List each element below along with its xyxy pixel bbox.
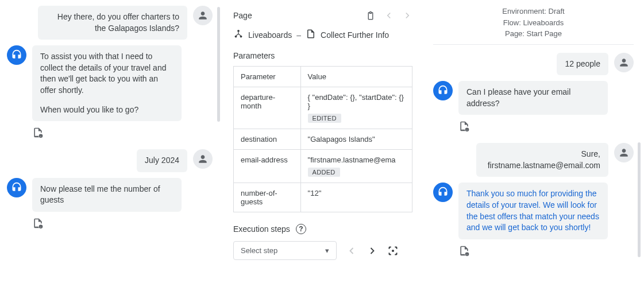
param-value-text: "firstname.lastname@ema bbox=[308, 156, 396, 164]
execution-steps-label: Execution steps bbox=[233, 224, 290, 234]
param-name: destination bbox=[234, 129, 301, 150]
col-value: Value bbox=[300, 67, 412, 87]
svg-point-4 bbox=[237, 30, 240, 32]
svg-point-7 bbox=[392, 250, 394, 251]
message-row: Sure, firstname.lastname@email.com bbox=[433, 143, 634, 177]
table-row: departure-month { "endDate": {}, "startD… bbox=[234, 87, 412, 129]
execution-steps-header: Execution steps ? bbox=[233, 224, 412, 234]
document-log-icon[interactable]: i bbox=[458, 121, 634, 134]
crumb-page[interactable]: Collect Further Info bbox=[321, 30, 389, 40]
added-chip: ADDED bbox=[308, 168, 340, 177]
svg-text:i: i bbox=[467, 253, 468, 255]
next-icon[interactable] bbox=[402, 10, 412, 21]
svg-text:i: i bbox=[41, 135, 41, 138]
crumb-flow[interactable]: Liveaboards bbox=[248, 30, 292, 40]
chat-panel-right: Environment: Draft Flow: Liveaboards Pag… bbox=[423, 0, 644, 291]
select-step-dropdown[interactable]: Select step ▾ bbox=[233, 241, 337, 260]
clipboard-icon[interactable] bbox=[365, 10, 376, 21]
parameters-table: Parameter Value departure-month { "endDa… bbox=[233, 66, 412, 212]
page-label: Page bbox=[233, 11, 252, 20]
message-bubble: Now please tell me the number of guests bbox=[32, 178, 182, 212]
agent-avatar-icon bbox=[7, 45, 26, 65]
message-bubble: July 2024 bbox=[137, 149, 187, 172]
message-row: Now please tell me the number of guests bbox=[7, 178, 213, 212]
svg-text:i: i bbox=[467, 129, 468, 131]
message-row: 12 people bbox=[433, 53, 634, 76]
environment-header: Environment: Draft Flow: Liveaboards Pag… bbox=[433, 6, 634, 45]
debug-header: Page bbox=[233, 10, 412, 21]
message-bubble: Hey there, do you offer charters to the … bbox=[38, 6, 187, 40]
chevron-down-icon: ▾ bbox=[325, 246, 329, 255]
user-avatar-icon bbox=[193, 149, 213, 169]
agent-avatar-icon bbox=[433, 183, 453, 202]
svg-text:i: i bbox=[41, 225, 41, 228]
debug-panel: Page Liveaboards – Collect Further Info … bbox=[223, 0, 423, 291]
env-line: Flow: Liveaboards bbox=[433, 17, 634, 29]
param-value: "firstname.lastname@ema ADDED bbox=[300, 150, 412, 183]
page-icon bbox=[306, 29, 316, 41]
crumb-separator: – bbox=[296, 30, 301, 40]
scrollbar-thumb[interactable] bbox=[638, 142, 641, 257]
table-row: number-of-guests "12" bbox=[234, 183, 412, 212]
breadcrumb: Liveaboards – Collect Further Info bbox=[233, 29, 412, 41]
message-row: Hey there, do you offer charters to the … bbox=[7, 6, 213, 40]
help-icon[interactable]: ? bbox=[296, 224, 306, 234]
param-name: email-address bbox=[234, 150, 301, 183]
message-text: To assist you with that I need to collec… bbox=[40, 51, 173, 96]
table-row: destination "Galapagos Islands" bbox=[234, 129, 412, 150]
env-line: Environment: Draft bbox=[433, 6, 634, 17]
document-log-icon[interactable]: i bbox=[458, 245, 634, 258]
prev-icon[interactable] bbox=[384, 10, 394, 21]
message-bubble: 12 people bbox=[557, 53, 608, 76]
param-value: { "endDate": {}, "startDate": {} } EDITE… bbox=[300, 87, 412, 129]
chat-panel-left: Hey there, do you offer charters to the … bbox=[0, 0, 223, 291]
flow-icon bbox=[233, 29, 244, 41]
parameters-label: Parameters bbox=[233, 51, 412, 60]
param-name: number-of-guests bbox=[234, 183, 301, 212]
message-text: When would you like to go? bbox=[40, 104, 173, 116]
message-bubble: Can I please have your email address? bbox=[458, 81, 608, 115]
focus-target-icon[interactable] bbox=[387, 245, 399, 257]
message-bubble: To assist you with that I need to collec… bbox=[32, 45, 182, 121]
col-parameter: Parameter bbox=[234, 67, 301, 87]
agent-avatar-icon bbox=[433, 81, 453, 100]
message-row: Thank you so much for providing the deta… bbox=[433, 183, 634, 239]
param-value: "12" bbox=[300, 183, 412, 212]
message-row: July 2024 bbox=[7, 149, 213, 172]
agent-avatar-icon bbox=[7, 178, 26, 197]
user-avatar-icon bbox=[614, 53, 634, 72]
param-value: "Galapagos Islands" bbox=[300, 129, 412, 150]
message-row: To assist you with that I need to collec… bbox=[7, 45, 213, 121]
user-avatar-icon bbox=[193, 6, 213, 25]
message-bubble: Thank you so much for providing the deta… bbox=[458, 183, 608, 239]
message-bubble: Sure, firstname.lastname@email.com bbox=[476, 143, 608, 177]
document-log-icon[interactable]: i bbox=[32, 218, 213, 231]
document-log-icon[interactable]: i bbox=[32, 127, 213, 140]
table-row: email-address "firstname.lastname@ema AD… bbox=[234, 150, 412, 183]
step-next-icon[interactable] bbox=[367, 245, 378, 257]
param-value-text: { "endDate": {}, "startDate": {} } bbox=[308, 93, 404, 110]
env-line: Page: Start Page bbox=[433, 28, 634, 40]
scrollbar-thumb[interactable] bbox=[217, 7, 220, 122]
step-prev-icon[interactable] bbox=[346, 245, 357, 257]
param-name: departure-month bbox=[234, 87, 301, 129]
message-row: Can I please have your email address? bbox=[433, 81, 634, 115]
edited-chip: EDITED bbox=[308, 114, 341, 123]
user-avatar-icon bbox=[614, 143, 634, 162]
select-placeholder: Select step bbox=[241, 246, 277, 255]
